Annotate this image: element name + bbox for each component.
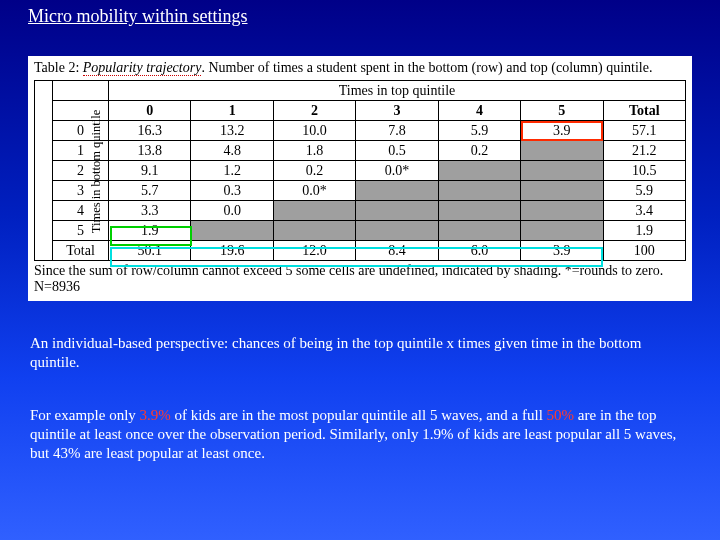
col-header: 4 <box>438 101 520 121</box>
row-header: 4 <box>53 201 109 221</box>
cell: 57.1 <box>603 121 685 141</box>
col-header: 2 <box>273 101 355 121</box>
row-header: 1 <box>53 141 109 161</box>
cell-shaded <box>356 221 438 241</box>
col-header: 3 <box>356 101 438 121</box>
cell: 13.2 <box>191 121 273 141</box>
p2-a: For example only <box>30 407 140 423</box>
caption-italic-text: Popularity trajectory <box>83 60 202 75</box>
cell: 7.8 <box>356 121 438 141</box>
cell-shaded <box>521 201 603 221</box>
caption-italic: Popularity trajectory <box>83 60 202 76</box>
cell: 3.9 <box>521 121 603 141</box>
cell: 6.0 <box>438 241 520 261</box>
cell: 1.2 <box>191 161 273 181</box>
cell: 0.0 <box>191 201 273 221</box>
cell-shaded <box>438 221 520 241</box>
cell-shaded <box>356 201 438 221</box>
cell: 50.1 <box>109 241 191 261</box>
slide-title: Micro mobility within settings <box>28 6 248 27</box>
col-header: 1 <box>191 101 273 121</box>
cell: 10.0 <box>273 121 355 141</box>
table-footnote: Since the sum of row/column cannot excee… <box>34 263 686 295</box>
cell: 0.2 <box>273 161 355 181</box>
cell: 10.5 <box>603 161 685 181</box>
cell-shaded <box>521 181 603 201</box>
cell-shaded <box>521 221 603 241</box>
cell-shaded <box>438 161 520 181</box>
table-figure: Table 2: Popularity trajectory. Number o… <box>28 56 692 301</box>
row-header: 2 <box>53 161 109 181</box>
paragraph-1: An individual-based perspective: chances… <box>30 334 690 372</box>
cell: 100 <box>603 241 685 261</box>
table-wrap: Times in bottom quintile Times in top qu… <box>34 80 686 261</box>
cell-shaded <box>273 221 355 241</box>
cell: 9.1 <box>109 161 191 181</box>
caption-prefix: Table 2: <box>34 60 83 75</box>
cell: 21.2 <box>603 141 685 161</box>
cell: 16.3 <box>109 121 191 141</box>
cell: 19.6 <box>191 241 273 261</box>
row-group-label-cell: Times in bottom quintile <box>35 81 53 261</box>
col-group-label: Times in top quintile <box>109 81 686 101</box>
cell-shaded <box>521 141 603 161</box>
cell: 0.2 <box>438 141 520 161</box>
cell-shaded <box>438 181 520 201</box>
cell: 5.9 <box>438 121 520 141</box>
cell-shaded <box>521 161 603 181</box>
cell: 0.5 <box>356 141 438 161</box>
cell-shaded <box>191 221 273 241</box>
col-header: 0 <box>109 101 191 121</box>
cell: 13.8 <box>109 141 191 161</box>
cell-shaded <box>438 201 520 221</box>
cell: 12.0 <box>273 241 355 261</box>
cell: 5.7 <box>109 181 191 201</box>
blank-corner2 <box>53 101 109 121</box>
popularity-table: Times in bottom quintile Times in top qu… <box>34 80 686 261</box>
col-header: 5 <box>521 101 603 121</box>
p2-c: of kids are in the most popular quintile… <box>171 407 547 423</box>
cell: 1.8 <box>273 141 355 161</box>
p2-red2: 50% <box>547 407 575 423</box>
cell: 3.9 <box>521 241 603 261</box>
row-header: 3 <box>53 181 109 201</box>
cell-shaded <box>356 181 438 201</box>
cell: 0.0* <box>356 161 438 181</box>
cell: 3.4 <box>603 201 685 221</box>
cell: 5.9 <box>603 181 685 201</box>
cell: 1.9 <box>109 221 191 241</box>
p2-red1: 3.9% <box>140 407 171 423</box>
cell: 8.4 <box>356 241 438 261</box>
row-header: 0 <box>53 121 109 141</box>
row-header: 5 <box>53 221 109 241</box>
table-caption: Table 2: Popularity trajectory. Number o… <box>34 60 686 76</box>
blank-corner <box>53 81 109 101</box>
cell: 4.8 <box>191 141 273 161</box>
row-header: Total <box>53 241 109 261</box>
cell: 1.9 <box>603 221 685 241</box>
col-header: Total <box>603 101 685 121</box>
cell: 0.3 <box>191 181 273 201</box>
cell: 0.0* <box>273 181 355 201</box>
cell-shaded <box>273 201 355 221</box>
paragraph-2: For example only 3.9% of kids are in the… <box>30 406 690 462</box>
caption-rest: . Number of times a student spent in the… <box>201 60 652 75</box>
cell: 3.3 <box>109 201 191 221</box>
